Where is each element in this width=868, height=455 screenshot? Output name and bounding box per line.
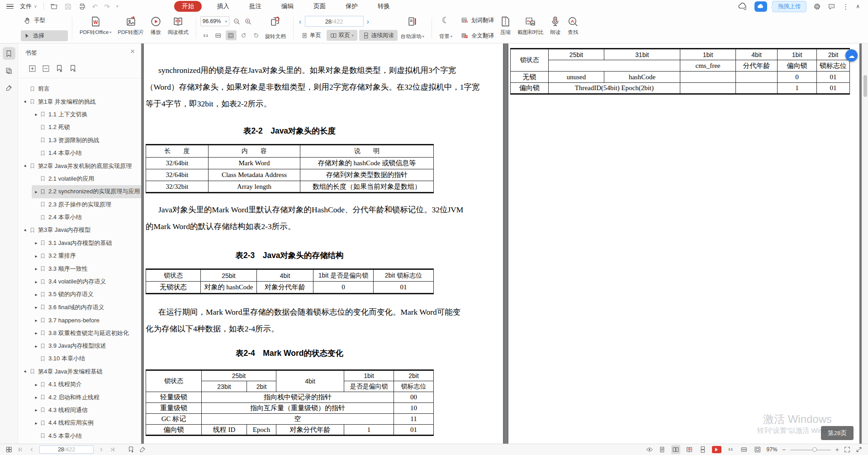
bookmark-item[interactable]: ▸3.8 双重检查锁定与延迟初始化	[18, 326, 141, 339]
read-mode-button[interactable]: 阅读模式	[165, 15, 192, 41]
zoom-in-icon[interactable]	[244, 18, 252, 25]
thumbnail-grid-icon[interactable]	[5, 446, 13, 453]
fit-page-button[interactable]	[226, 30, 237, 40]
bookmark-item[interactable]: ▸4.3 线程间通信	[18, 404, 141, 417]
cloud-upload-fab[interactable]: ☁	[845, 49, 858, 62]
select-tool-button[interactable]: 选择	[21, 30, 68, 41]
background-button[interactable]: ☾ 背景▾	[436, 15, 455, 41]
tab-annotate[interactable]: 批注	[245, 1, 266, 12]
tab-home[interactable]: 开始	[174, 1, 202, 12]
pen-icon[interactable]	[139, 446, 146, 453]
expand-all-icon[interactable]	[28, 64, 37, 73]
screenshot-compare-button[interactable]: 截图和对比	[514, 15, 547, 41]
fit-width-button[interactable]	[740, 445, 749, 454]
annotations-panel-button[interactable]	[3, 81, 15, 94]
actual-size-button[interactable]	[200, 30, 211, 40]
zoom-slider[interactable]	[790, 446, 831, 453]
bookmark-item[interactable]: ▸第2章 Java并发机制的底层实现原理	[18, 159, 141, 172]
fit-page-button[interactable]	[753, 445, 762, 454]
bookmark-item[interactable]: 2.1 volatile的应用	[18, 172, 141, 185]
page-number-input[interactable]: 28 /422	[305, 16, 364, 27]
continuous-read-button[interactable]: 连续阅读	[359, 30, 398, 41]
read-aloud-button[interactable]: 朗读	[546, 15, 564, 41]
kebab-menu-icon[interactable]: ⋮	[842, 3, 849, 10]
app-menu-icon[interactable]	[6, 4, 14, 9]
bookmark-item[interactable]: ▸2.2 synchronized的实现原理与应用	[32, 185, 141, 198]
single-page-view-button[interactable]	[658, 445, 667, 454]
delete-bookmark-icon[interactable]	[69, 64, 77, 73]
double-page-button[interactable]: 双页 ▾	[327, 30, 357, 41]
next-page-icon[interactable]	[98, 446, 105, 453]
tree-caret-icon[interactable]: ▸	[33, 395, 39, 400]
tree-caret-icon[interactable]: ▸	[22, 162, 30, 170]
tree-caret-icon[interactable]: ▸	[33, 305, 39, 310]
tree-caret-icon[interactable]: ▸	[33, 292, 39, 297]
presentation-mode-button[interactable]	[712, 446, 721, 453]
bookmark-item[interactable]: ▸第1章 并发编程的挑战	[18, 95, 141, 108]
single-page-button[interactable]: 单页	[298, 30, 325, 41]
undo-icon[interactable]: ↶	[92, 3, 98, 10]
tree-caret-icon[interactable]: ▸	[33, 254, 39, 259]
tab-protect[interactable]: 保护	[341, 1, 362, 12]
find-button[interactable]: 查找	[564, 15, 582, 41]
pdf-page-left[interactable]: synchronized用的锁是存在Java对象头里的。如果对象是数组类型，则虚…	[144, 43, 503, 444]
feedback-chat-icon[interactable]	[828, 3, 835, 10]
first-page-icon[interactable]	[17, 446, 24, 453]
prev-page-arrow[interactable]: ‹	[298, 18, 303, 25]
tab-page[interactable]: 页面	[309, 1, 330, 12]
bookmark-item[interactable]: ▸3.6 final域的内存语义	[18, 301, 141, 314]
bookmarks-panel-button[interactable]	[3, 47, 15, 60]
scroll-view-button[interactable]	[698, 445, 707, 454]
tree-caret-icon[interactable]: ▸	[22, 368, 30, 376]
bookmark-item[interactable]: ▸3.3 顺序一致性	[18, 262, 141, 275]
zoom-percent-input[interactable]: 96.69% ▾	[200, 16, 229, 26]
actual-size-button[interactable]	[726, 445, 735, 454]
tree-caret-icon[interactable]: ▸	[33, 382, 39, 387]
scrollbar-thumb[interactable]	[863, 75, 867, 97]
zoom-out-button[interactable]: −	[782, 446, 786, 453]
open-file-icon[interactable]	[50, 3, 58, 10]
slider-knob[interactable]	[812, 447, 817, 452]
bookmark-item[interactable]: ▸3.9 Java内存模型综述	[18, 340, 141, 352]
bookmark-item[interactable]: 2.3 原子操作的实现原理	[18, 198, 141, 211]
collapse-ribbon-icon[interactable]: ∧	[856, 4, 860, 9]
pdf-to-office-button[interactable]: PDF转Office▾	[76, 15, 114, 41]
double-page-view-button[interactable]	[671, 445, 680, 454]
close-panel-icon[interactable]: ×	[130, 47, 135, 56]
tree-caret-icon[interactable]: ▸	[33, 318, 39, 323]
rotate-left-button[interactable]	[238, 30, 249, 40]
tree-caret-icon[interactable]: ▸	[33, 344, 39, 349]
play-button[interactable]: 播放	[147, 15, 165, 41]
bookmark-item[interactable]: ▸第3章 Java内存模型	[18, 224, 141, 236]
bookmark-item[interactable]: 1.2 死锁	[18, 121, 141, 134]
bookmark-item[interactable]: 1.4 本章小结	[18, 147, 141, 159]
tree-caret-icon[interactable]: ▸	[33, 240, 39, 245]
tree-caret-icon[interactable]: ▸	[33, 421, 39, 426]
tree-caret-icon[interactable]: ▸	[22, 98, 30, 106]
add-bookmark-icon[interactable]	[55, 64, 64, 73]
bookmark-item[interactable]: 前言	[18, 82, 141, 95]
bookmark-item[interactable]: 4.5 本章小结	[18, 430, 141, 442]
prev-page-icon[interactable]	[28, 446, 35, 453]
fit-width-button[interactable]	[213, 30, 224, 40]
file-menu[interactable]: 文件 ∨	[20, 2, 37, 10]
quickbar-more-icon[interactable]: ▾	[116, 4, 119, 9]
tree-caret-icon[interactable]: ▸	[33, 407, 39, 412]
bookmark-item[interactable]: ▸3.1 Java内存模型的基础	[18, 237, 141, 249]
bookmark-item[interactable]: ▸第4章 Java并发编程基础	[18, 365, 141, 378]
thumbnails-panel-button[interactable]	[3, 64, 15, 77]
tree-caret-icon[interactable]: ▸	[33, 279, 39, 284]
tab-insert[interactable]: 插入	[213, 1, 234, 12]
zoom-in-button[interactable]: +	[835, 446, 839, 453]
print-icon[interactable]	[78, 3, 86, 10]
expand-corner-icon[interactable]	[855, 446, 863, 453]
pdf-page-right[interactable]: 锁状态 25bit 31bit 1bit 4bit 1bit 2bit cms_…	[508, 43, 859, 444]
bookmark-item[interactable]: ▸4.1 线程简介	[18, 378, 141, 391]
rotate-right-button[interactable]	[251, 30, 262, 40]
book-view-button[interactable]	[685, 445, 694, 454]
vertical-scrollbar[interactable]	[862, 43, 868, 444]
bookmark-item[interactable]: ▸4.2 启动和终止线程	[18, 391, 141, 403]
hand-tool-button[interactable]: 手型	[21, 15, 68, 26]
cloud-sync-icon[interactable]	[738, 1, 748, 11]
last-page-icon[interactable]	[109, 446, 116, 453]
